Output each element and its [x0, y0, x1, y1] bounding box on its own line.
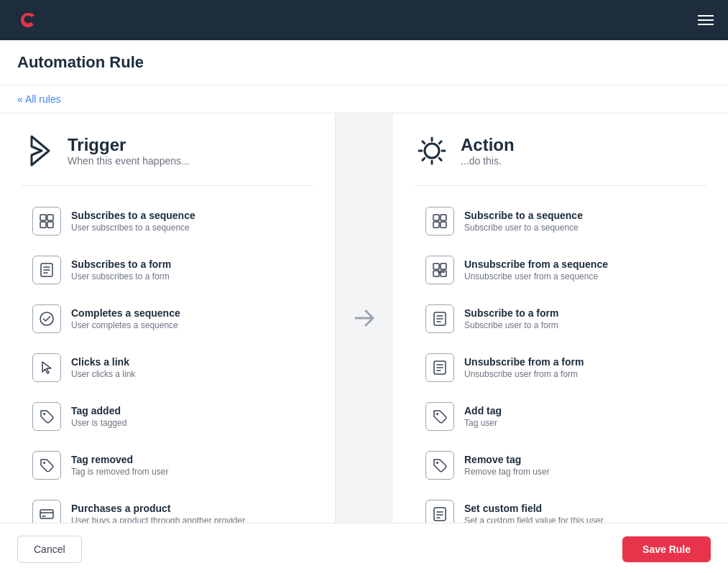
item-title: Subscribes to a form: [71, 258, 171, 270]
item-desc: Tag user: [464, 418, 502, 428]
list-item[interactable]: Completes a sequenceUser completes a seq…: [22, 295, 313, 343]
sequence-in-icon: [425, 207, 454, 236]
list-item[interactable]: Subscribes to a formUser subscribes to a…: [22, 246, 313, 294]
action-heading: Action: [461, 135, 515, 155]
svg-rect-20: [441, 222, 446, 228]
list-item[interactable]: Add tagTag user: [415, 393, 706, 440]
action-divider: [415, 185, 706, 186]
svg-point-16: [425, 144, 439, 158]
item-text: Unsubscribe from a formUnsubscribe user …: [464, 356, 584, 379]
breadcrumb-bar: « All rules: [0, 85, 728, 113]
svg-rect-22: [441, 264, 446, 269]
item-text: Completes a sequenceUser completes a seq…: [71, 307, 180, 330]
cursor-icon: [32, 353, 61, 382]
item-text: Unsubscribe from a sequenceUnsubscribe u…: [464, 258, 608, 281]
logo[interactable]: [14, 6, 42, 34]
check-circle-icon: [32, 304, 61, 333]
item-desc: Remove tag from user: [464, 467, 550, 477]
item-desc: Unsubscribe user from a sequence: [464, 271, 608, 281]
svg-rect-19: [433, 222, 439, 228]
tag-icon: [425, 402, 454, 431]
item-desc: Set a custom field value for this user: [464, 516, 603, 523]
action-subheading: ...do this.: [461, 155, 515, 167]
item-desc: User clicks a link: [71, 369, 135, 379]
item-text: Clicks a linkUser clicks a link: [71, 356, 135, 379]
list-item[interactable]: Set custom fieldSet a custom field value…: [415, 490, 706, 523]
page-title: Automation Rule: [17, 53, 711, 72]
svg-point-35: [436, 462, 438, 464]
svg-point-11: [43, 413, 45, 415]
item-desc: User subscribes to a form: [71, 271, 171, 281]
svg-marker-1: [32, 136, 49, 165]
item-title: Unsubscribe from a sequence: [464, 258, 608, 270]
item-desc: User completes a sequence: [71, 320, 180, 330]
form-out-icon: [425, 353, 454, 382]
trigger-header: Trigger When this event happens...: [22, 134, 313, 168]
svg-point-0: [14, 6, 42, 34]
item-desc: User subscribes to a sequence: [71, 223, 195, 233]
item-title: Unsubscribe from a form: [464, 356, 584, 368]
action-panel: Action ...do this. Subscribe to a sequen…: [393, 113, 728, 523]
action-list: Subscribe to a sequenceSubscribe user to…: [415, 197, 706, 523]
footer: Cancel Save Rule: [0, 523, 728, 573]
cancel-button[interactable]: Cancel: [17, 536, 82, 563]
hamburger-menu-button[interactable]: [698, 15, 714, 25]
list-item[interactable]: Tag removedTag is removed from user: [22, 442, 313, 489]
breadcrumb-link[interactable]: « All rules: [17, 93, 61, 105]
tag-icon: [32, 451, 61, 480]
item-title: Purchases a product: [71, 503, 245, 514]
svg-point-10: [40, 312, 53, 325]
list-item[interactable]: Subscribe to a sequenceSubscribe user to…: [415, 197, 706, 245]
item-text: Subscribes to a formUser subscribes to a…: [71, 258, 171, 281]
card-icon: [32, 500, 61, 523]
trigger-subheading: When this event happens...: [68, 155, 190, 167]
form-icon: [32, 256, 61, 284]
form-icon: [425, 304, 454, 333]
svg-point-34: [436, 413, 438, 415]
item-desc: Tag is removed from user: [71, 467, 168, 477]
svg-rect-2: [40, 215, 46, 220]
list-item[interactable]: Unsubscribe from a formUnsubscribe user …: [415, 344, 706, 391]
item-title: Remove tag: [464, 454, 550, 465]
sequence-in-icon: [32, 207, 61, 236]
svg-rect-3: [47, 215, 53, 220]
field-icon: [425, 500, 454, 523]
trigger-icon: [22, 134, 56, 168]
item-text: Remove tagRemove tag from user: [464, 454, 550, 477]
list-item[interactable]: Clicks a linkUser clicks a link: [22, 344, 313, 391]
item-text: Subscribe to a sequenceSubscribe user to…: [464, 210, 583, 233]
svg-rect-18: [441, 215, 446, 220]
svg-rect-4: [40, 222, 46, 228]
svg-rect-36: [434, 508, 446, 521]
item-title: Add tag: [464, 405, 502, 416]
save-rule-button[interactable]: Save Rule: [622, 536, 711, 562]
item-text: Set custom fieldSet a custom field value…: [464, 503, 603, 523]
item-desc: User buys a product through another prov…: [71, 516, 245, 523]
svg-rect-17: [433, 215, 439, 220]
item-title: Subscribe to a form: [464, 307, 558, 319]
list-item[interactable]: Purchases a productUser buys a product t…: [22, 490, 313, 523]
item-title: Set custom field: [464, 503, 603, 514]
list-item[interactable]: Remove tagRemove tag from user: [415, 442, 706, 489]
arrow-right-icon: [350, 304, 379, 332]
item-title: Subscribes to a sequence: [71, 210, 195, 221]
item-text: Subscribe to a formSubscribe user to a f…: [464, 307, 558, 330]
list-item[interactable]: Subscribes to a sequenceUser subscribes …: [22, 197, 313, 245]
trigger-header-text: Trigger When this event happens...: [68, 135, 190, 167]
svg-rect-13: [40, 510, 53, 518]
item-text: Add tagTag user: [464, 405, 502, 428]
item-desc: Subscribe user to a sequence: [464, 223, 583, 233]
item-desc: User is tagged: [71, 418, 126, 428]
item-title: Tag added: [71, 405, 126, 416]
trigger-list: Subscribes to a sequenceUser subscribes …: [22, 197, 313, 523]
trigger-panel: Trigger When this event happens... Subsc…: [0, 113, 336, 523]
list-item[interactable]: Tag addedUser is tagged: [22, 393, 313, 440]
item-title: Clicks a link: [71, 356, 135, 368]
item-desc: Subscribe user to a form: [464, 320, 558, 330]
svg-rect-23: [433, 271, 439, 276]
tag-icon: [32, 402, 61, 431]
svg-rect-24: [441, 271, 446, 276]
item-text: Tag addedUser is tagged: [71, 405, 126, 428]
list-item[interactable]: Unsubscribe from a sequenceUnsubscribe u…: [415, 246, 706, 294]
list-item[interactable]: Subscribe to a formSubscribe user to a f…: [415, 295, 706, 343]
